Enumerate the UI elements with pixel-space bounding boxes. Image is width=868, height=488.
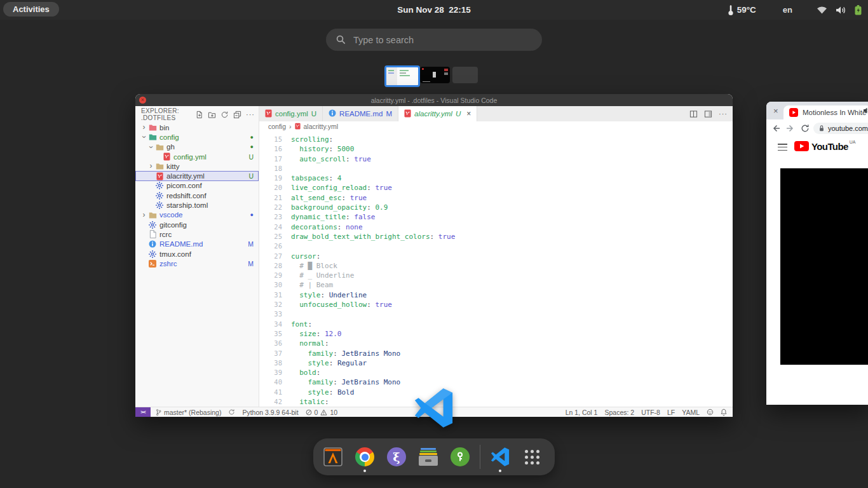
vscode-dock-icon[interactable] (490, 440, 510, 473)
close-window-button[interactable]: × (139, 97, 146, 104)
tree-item-config-yml[interactable]: config.ymlU (135, 152, 259, 161)
youtube-page: YouTube UA Motionless In White - Anot 21… (766, 137, 868, 405)
line-number: 37 (259, 349, 291, 358)
tree-item-picom-conf[interactable]: picom.conf (135, 181, 259, 191)
tree-item-tmux-conf[interactable]: tmux.conf (135, 249, 259, 259)
chrome-toolbar: youtube.com/wa (766, 119, 868, 138)
chrome-active-tab[interactable]: Motionless In White - (783, 105, 868, 119)
code-line: 28 # █ Block (259, 261, 733, 271)
tab-close-icon[interactable]: × (466, 109, 471, 118)
alacritty-dock-icon[interactable] (323, 440, 343, 473)
tab-close-icon[interactable]: × (773, 106, 778, 116)
cursor-position[interactable]: Ln 1, Col 1 (566, 409, 598, 416)
tree-item-label: tmux.conf (159, 250, 259, 258)
search-icon (336, 35, 346, 44)
workspace-thumbnail-3[interactable] (452, 67, 478, 83)
tree-item-rcrc[interactable]: rcrc (135, 229, 259, 239)
tree-item-vscode[interactable]: ›vscode● (135, 210, 259, 220)
tree-item-bin[interactable]: ›bin (135, 123, 259, 132)
code-line: 30 # | Beam (259, 280, 733, 290)
chrome-dock-icon[interactable] (355, 440, 375, 473)
editor-tab-readme-md[interactable]: README.mdM (323, 106, 398, 121)
folder-icon (147, 133, 158, 140)
code-line: 35 size: 12.0 (259, 329, 733, 339)
python-interpreter[interactable]: Python 3.9.9 64-bit (242, 409, 298, 416)
yaml-icon (154, 172, 165, 180)
eol-sequence[interactable]: LF (667, 409, 675, 416)
menu-hamburger-icon[interactable] (778, 144, 787, 152)
tree-item-zshrc[interactable]: zshrcM (135, 259, 259, 268)
search-bar[interactable] (326, 29, 542, 51)
app-grid-dock-icon[interactable] (522, 440, 542, 473)
notifications-bell-icon[interactable] (721, 409, 727, 416)
line-number: 24 (259, 222, 291, 232)
chevron-icon: › (140, 212, 147, 219)
temperature-label: 59°C (737, 5, 756, 15)
youtube-region-label: UA (850, 140, 856, 144)
code-line: 17 auto_scroll: true (259, 154, 733, 164)
indentation[interactable]: Spaces: 2 (604, 409, 634, 416)
tree-item-config[interactable]: ›config● (135, 132, 259, 142)
breadcrumb[interactable]: config › alacritty.yml (259, 121, 733, 131)
tree-item-starship-toml[interactable]: starship.toml (135, 200, 259, 210)
emacs-dock-icon[interactable]: ξ (386, 440, 407, 473)
address-bar[interactable]: youtube.com/wa (813, 123, 868, 134)
workspace-thumbnail-active[interactable] (384, 65, 420, 87)
youtube-logo[interactable]: YouTube UA (794, 141, 855, 152)
vscode-app-badge-icon[interactable] (414, 387, 454, 429)
readme-icon (147, 240, 158, 248)
problems-indicator[interactable]: 0 10 (306, 409, 338, 416)
refresh-explorer-icon[interactable] (220, 111, 229, 119)
git-branch[interactable]: master* (Rebasing) (156, 409, 221, 416)
system-status-area[interactable]: 59°C en (728, 0, 862, 20)
chrome-window[interactable]: × Motionless In White - youtube.com/wa Y… (766, 102, 868, 405)
editor-more-icon[interactable]: ··· (719, 111, 728, 117)
explorer-more-icon[interactable]: ··· (246, 111, 255, 118)
readme-icon (329, 109, 336, 118)
tree-item-kitty[interactable]: ›kitty (135, 161, 259, 171)
tab-label: README.md (339, 110, 383, 118)
code-line: 16 history: 5000 (259, 144, 733, 154)
code-line: 42 italic: (259, 397, 733, 407)
new-folder-icon[interactable] (208, 111, 216, 119)
editor-tab-alacritty-yml[interactable]: alacritty.ymlU× (398, 106, 477, 121)
editor-layout-icon[interactable] (704, 110, 712, 118)
code-line: 27cursor: (259, 252, 733, 261)
code-editor[interactable]: 15scrolling:16 history: 500017 auto_scro… (259, 131, 733, 407)
dock-separator (480, 445, 480, 469)
feedback-icon[interactable] (707, 409, 714, 416)
thermometer-icon (728, 4, 734, 16)
git-status-badge: M (248, 260, 254, 268)
language-mode[interactable]: YAML (682, 409, 700, 416)
file-cabinet-dock-icon[interactable] (418, 440, 438, 473)
tree-item-gitconfig[interactable]: gitconfig (135, 220, 259, 229)
video-player[interactable] (780, 168, 868, 365)
tree-item-gh[interactable]: ›gh● (135, 142, 259, 152)
tree-item-readme-md[interactable]: README.mdM (135, 240, 259, 249)
encoding[interactable]: UTF-8 (641, 409, 660, 416)
line-number: 15 (259, 135, 291, 144)
forward-icon[interactable] (786, 124, 795, 133)
gear-icon (147, 221, 158, 229)
tree-item-alacritty-yml[interactable]: alacritty.ymlU (135, 171, 259, 180)
keyboard-layout[interactable]: en (783, 5, 792, 15)
vscode-window[interactable]: alacritty.yml - .dotfiles - Visual Studi… (135, 94, 733, 417)
vscode-titlebar[interactable]: alacritty.yml - .dotfiles - Visual Studi… (135, 94, 733, 106)
new-file-icon[interactable] (195, 111, 203, 119)
editor-tab-config-yml[interactable]: config.ymlU (259, 106, 323, 121)
keepassxc-dock-icon[interactable] (450, 440, 470, 473)
code-line: 29 # _ Underline (259, 271, 733, 280)
line-number: 40 (259, 377, 291, 387)
remote-indicator[interactable]: >< (135, 407, 151, 417)
sync-icon[interactable] (228, 409, 235, 416)
workspace-thumbnail-2[interactable] (420, 67, 450, 83)
tree-item-redshift-conf[interactable]: redshift.conf (135, 191, 259, 200)
collapse-folders-icon[interactable] (233, 111, 241, 119)
back-icon[interactable] (771, 124, 780, 133)
yaml-icon (265, 109, 272, 119)
split-editor-icon[interactable] (689, 110, 698, 118)
reload-icon[interactable] (801, 124, 810, 133)
line-number: 19 (259, 173, 291, 183)
search-input[interactable] (352, 34, 542, 46)
tab-audio-icon[interactable] (863, 107, 868, 114)
